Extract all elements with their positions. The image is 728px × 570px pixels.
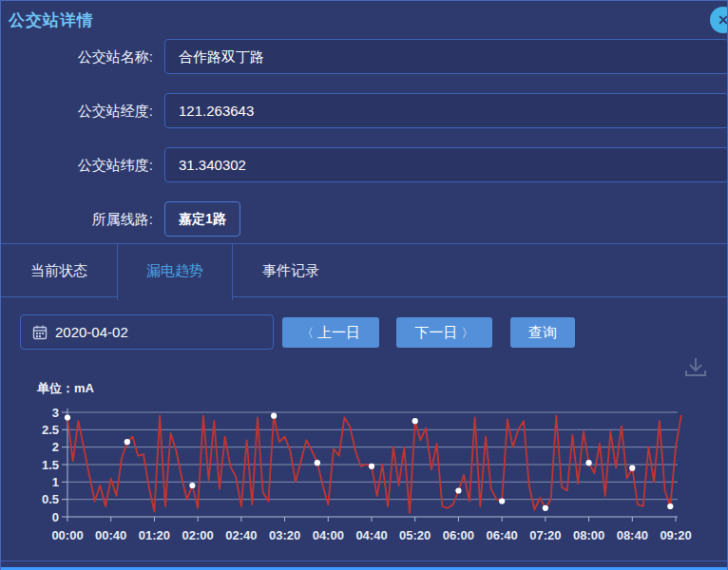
bus-station-detail-panel: 公交站详情 ✕ 公交站名称: 合作路双丁路 公交站经度: 121.263643 … <box>0 0 728 570</box>
station-latitude-row: 公交站纬度: 31.340302 <box>1 147 727 182</box>
calendar-icon <box>32 325 48 340</box>
tab-bar: 当前状态 漏电趋势 事件记录 <box>1 243 727 297</box>
leakage-trend-chart: 00.511.522.5300:0000:4001:2002:0002:4003… <box>1 395 728 557</box>
route-tag[interactable]: 嘉定1路 <box>164 201 240 237</box>
svg-text:0.5: 0.5 <box>42 492 59 506</box>
station-latitude-field[interactable]: 31.340302 <box>164 147 728 182</box>
svg-text:01:20: 01:20 <box>139 528 170 542</box>
svg-text:04:00: 04:00 <box>313 528 344 542</box>
tab-leakage-trend[interactable]: 漏电趋势 <box>117 244 233 300</box>
next-day-button[interactable]: 下一日 〉 <box>396 317 492 348</box>
chevron-left-icon: 〈 <box>301 326 314 340</box>
svg-text:2: 2 <box>52 440 59 454</box>
svg-text:03:20: 03:20 <box>269 528 300 542</box>
svg-text:07:20: 07:20 <box>529 528 561 542</box>
station-longitude-field[interactable]: 121.263643 <box>164 93 728 128</box>
station-name-row: 公交站名称: 合作路双丁路 <box>1 39 727 74</box>
svg-text:02:40: 02:40 <box>225 528 257 542</box>
station-name-field[interactable]: 合作路双丁路 <box>164 39 728 74</box>
prev-day-button[interactable]: 〈 上一日 <box>282 317 379 348</box>
svg-text:00:40: 00:40 <box>95 528 126 542</box>
svg-text:02:00: 02:00 <box>182 528 214 542</box>
svg-text:05:20: 05:20 <box>399 528 431 542</box>
svg-text:1: 1 <box>52 475 59 489</box>
svg-text:06:00: 06:00 <box>443 528 474 542</box>
panel-bottom-border <box>1 560 727 561</box>
svg-text:04:40: 04:40 <box>355 528 387 542</box>
station-name-label: 公交站名称: <box>1 39 153 74</box>
date-toolbar: 2020-04-02 〈 上一日 下一日 〉 查询 <box>1 314 727 350</box>
svg-text:08:40: 08:40 <box>617 528 648 542</box>
svg-text:0: 0 <box>52 510 59 524</box>
date-picker-input[interactable]: 2020-04-02 <box>20 314 274 350</box>
station-longitude-row: 公交站经度: 121.263643 <box>1 93 727 128</box>
download-icon[interactable] <box>681 354 710 381</box>
svg-text:06:40: 06:40 <box>487 528 518 542</box>
svg-text:3: 3 <box>52 406 59 420</box>
close-icon[interactable]: ✕ <box>710 7 728 33</box>
query-button[interactable]: 查询 <box>510 317 575 348</box>
svg-text:1.5: 1.5 <box>42 458 59 472</box>
svg-text:2.5: 2.5 <box>42 423 59 437</box>
svg-text:00:00: 00:00 <box>51 528 83 542</box>
station-latitude-label: 公交站纬度: <box>1 147 153 182</box>
page-title: 公交站详情 <box>9 10 94 31</box>
station-longitude-label: 公交站经度: <box>1 93 153 128</box>
route-row: 所属线路: <box>1 201 727 237</box>
date-value: 2020-04-02 <box>55 324 128 340</box>
chevron-right-icon: 〉 <box>462 326 474 340</box>
tab-current-status[interactable]: 当前状态 <box>1 244 117 297</box>
route-label: 所属线路: <box>1 201 153 237</box>
tab-bar-filler <box>349 244 727 297</box>
svg-text:09:20: 09:20 <box>660 528 691 542</box>
svg-text:08:00: 08:00 <box>573 528 604 542</box>
tab-event-record[interactable]: 事件记录 <box>233 244 349 297</box>
